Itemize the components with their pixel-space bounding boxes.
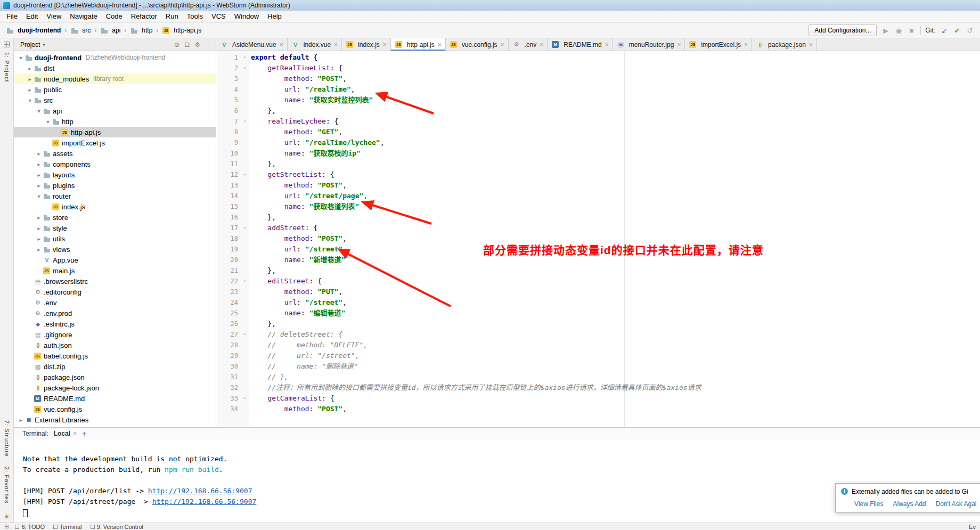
tree-item-package.json[interactable]: {}package.json bbox=[14, 372, 216, 382]
chevron-right-icon[interactable]: ▸ bbox=[26, 87, 34, 93]
tab-close-icon[interactable]: × bbox=[744, 41, 748, 48]
tree-item-importExcel.js[interactable]: JSimportExcel.js bbox=[14, 137, 216, 148]
tab-README.md[interactable]: MREADME.md× bbox=[548, 38, 612, 51]
stripe-button-2: Favorites[interactable]: 2: Favorites bbox=[4, 467, 10, 503]
tab-importExcel.js[interactable]: JSimportExcel.js× bbox=[685, 38, 752, 51]
chevron-down-icon[interactable]: ▾ bbox=[17, 55, 24, 61]
tree-item-.env[interactable]: ⚙.env bbox=[14, 297, 216, 308]
project-tree[interactable]: ▾duoji-frontendD:\zheheWeb\duoji-fronten… bbox=[14, 51, 216, 427]
tree-item-assets[interactable]: ▸assets bbox=[14, 148, 216, 159]
tab-AsideMenu.vue[interactable]: VAsideMenu.vue× bbox=[216, 38, 288, 51]
chevron-down-icon[interactable]: ▾ bbox=[44, 119, 52, 125]
status-bar-item-6: TODO[interactable]: 6: TODO bbox=[15, 524, 45, 530]
tree-item-layouts[interactable]: ▸layouts bbox=[14, 169, 216, 180]
code-editor[interactable]: 1▾export default {2▾ getRealTimeList: {3… bbox=[217, 51, 980, 427]
menu-item-navigate[interactable]: Navigate bbox=[66, 11, 101, 22]
tree-item-router[interactable]: ▾router bbox=[14, 191, 216, 201]
tab-close-icon[interactable]: × bbox=[501, 41, 504, 48]
menu-item-refactor[interactable]: Refactor bbox=[127, 11, 161, 22]
tab-close-icon[interactable]: × bbox=[383, 41, 387, 48]
stripe-button-7: Structure[interactable]: 7: Structure bbox=[4, 420, 10, 457]
tool-windows-icon[interactable] bbox=[4, 42, 10, 47]
breadcrumb-item-src[interactable]: src bbox=[69, 26, 92, 35]
chevron-down-icon[interactable]: ▾ bbox=[43, 42, 45, 47]
chevron-right-icon[interactable]: ▸ bbox=[35, 172, 43, 178]
menu-item-vcs[interactable]: VCS bbox=[207, 11, 230, 22]
chevron-right-icon[interactable]: ▸ bbox=[26, 66, 34, 71]
tree-item-babel.config.js[interactable]: JSbabel.config.js bbox=[14, 350, 216, 361]
stop-icon[interactable]: ■ bbox=[907, 27, 916, 35]
tree-item-src[interactable]: ▾src bbox=[14, 95, 216, 105]
tree-item-views[interactable]: ▸views bbox=[14, 244, 216, 255]
close-icon[interactable]: × bbox=[73, 430, 77, 437]
notification-action-Don't Ask Agai[interactable]: Don't Ask Agai bbox=[936, 500, 977, 508]
tree-item-README.md[interactable]: MREADME.md bbox=[14, 393, 216, 404]
tree-item-http[interactable]: ▾http bbox=[14, 116, 216, 127]
tab-close-icon[interactable]: × bbox=[334, 41, 338, 48]
terminal-link[interactable]: http://192.168.66.56:9007 bbox=[148, 487, 252, 495]
tree-item-vue.config.js[interactable]: JSvue.config.js bbox=[14, 404, 216, 414]
tree-item-dist.zip[interactable]: ▧dist.zip bbox=[14, 361, 216, 372]
chevron-right-icon[interactable]: ▸ bbox=[35, 161, 43, 167]
terminal-link[interactable]: http://192.168.66.56:9007 bbox=[152, 498, 257, 505]
tree-item-.eslintrc.js[interactable]: ◆.eslintrc.js bbox=[14, 319, 216, 329]
menu-item-view[interactable]: View bbox=[42, 11, 66, 22]
chevron-down-icon[interactable]: ▾ bbox=[35, 193, 43, 199]
chevron-down-icon[interactable]: ▾ bbox=[35, 108, 43, 114]
tree-item-public[interactable]: ▸public bbox=[14, 84, 216, 95]
chevron-right-icon[interactable]: ▸ bbox=[35, 247, 43, 252]
tab-close-icon[interactable]: × bbox=[677, 41, 681, 48]
chevron-right-icon[interactable]: ▸ bbox=[17, 417, 24, 423]
tree-item-auth.json[interactable]: {}auth.json bbox=[14, 340, 216, 350]
run-icon[interactable]: ▶ bbox=[881, 27, 891, 35]
menu-item-file[interactable]: File bbox=[2, 11, 22, 22]
tree-item-duoji-frontend[interactable]: ▾duoji-frontendD:\zheheWeb\duoji-fronten… bbox=[14, 52, 216, 63]
tree-item-plugins[interactable]: ▸plugins bbox=[14, 180, 216, 191]
tree-item-main.js[interactable]: JSmain.js bbox=[14, 265, 216, 276]
chevron-right-icon[interactable]: ▸ bbox=[35, 183, 43, 189]
settings-gear-icon[interactable]: ⚙ bbox=[194, 41, 200, 48]
tab-menuRouter.jpg[interactable]: ▣menuRouter.jpg× bbox=[613, 38, 685, 51]
tree-item-style[interactable]: ▸style bbox=[14, 223, 216, 233]
tree-item-utils[interactable]: ▸utils bbox=[14, 233, 216, 244]
menu-item-run[interactable]: Run bbox=[161, 11, 183, 22]
chevron-right-icon[interactable]: ▸ bbox=[35, 236, 43, 242]
event-log-label[interactable]: Ev bbox=[969, 524, 976, 530]
tree-item-App.vue[interactable]: VApp.vue bbox=[14, 255, 216, 265]
tree-item-node_modules[interactable]: ▸node_moduleslibrary root bbox=[14, 74, 216, 84]
menu-item-tools[interactable]: Tools bbox=[183, 11, 207, 22]
tree-item-package-lock.json[interactable]: {}package-lock.json bbox=[14, 382, 216, 393]
tree-item-.env.prod[interactable]: ⚙.env.prod bbox=[14, 308, 216, 319]
chevron-down-icon[interactable]: ▾ bbox=[26, 97, 34, 103]
tree-item-.editorconfig[interactable]: ⚙.editorconfig bbox=[14, 287, 216, 297]
tab-vue.config.js[interactable]: JSvue.config.js× bbox=[446, 38, 509, 51]
chevron-right-icon[interactable]: ▸ bbox=[35, 151, 43, 157]
tree-item-dist[interactable]: ▸dist bbox=[14, 63, 216, 74]
favorites-star-icon[interactable]: ★ bbox=[4, 512, 10, 520]
new-terminal-session-icon[interactable]: + bbox=[82, 429, 86, 438]
update-project-icon[interactable]: ↙ bbox=[940, 27, 949, 35]
tab-http-api.js[interactable]: JShttp-api.js× bbox=[391, 38, 446, 51]
menu-item-help[interactable]: Help bbox=[263, 11, 286, 22]
hide-panel-icon[interactable]: — bbox=[205, 41, 211, 48]
tab-close-icon[interactable]: × bbox=[540, 41, 543, 48]
tree-item-.browserslistrc[interactable]: ▤.browserslistrc bbox=[14, 276, 216, 287]
notification-action-View Files[interactable]: View Files bbox=[854, 500, 883, 508]
breadcrumb-item-duoji-frontend[interactable]: duoji-frontend bbox=[4, 26, 62, 35]
chevron-right-icon[interactable]: ▸ bbox=[26, 76, 34, 82]
tool-window-switcher-icon[interactable]: ⊞ bbox=[4, 524, 9, 529]
chevron-right-icon[interactable]: ▸ bbox=[35, 215, 43, 221]
menu-item-edit[interactable]: Edit bbox=[22, 11, 42, 22]
menu-item-code[interactable]: Code bbox=[102, 11, 127, 22]
breadcrumb-item-http[interactable]: http bbox=[128, 26, 154, 35]
tab-close-icon[interactable]: × bbox=[438, 41, 442, 48]
tab-close-icon[interactable]: × bbox=[809, 41, 813, 48]
breadcrumb-item-api[interactable]: api bbox=[99, 26, 122, 35]
tree-item-.gitignore[interactable]: ▤.gitignore bbox=[14, 329, 216, 340]
commit-icon[interactable]: ✔ bbox=[952, 27, 962, 35]
project-panel-header[interactable]: Project ▾ ⊕⊟⚙— bbox=[14, 38, 216, 51]
notification-action-Always Add[interactable]: Always Add bbox=[893, 500, 926, 508]
terminal-tab-local[interactable]: Local × bbox=[54, 430, 77, 437]
status-bar-item-9: Version Control[interactable]: 9: Version Control bbox=[91, 524, 143, 530]
tree-item-http-api.js[interactable]: JShttp-api.js bbox=[14, 127, 216, 137]
